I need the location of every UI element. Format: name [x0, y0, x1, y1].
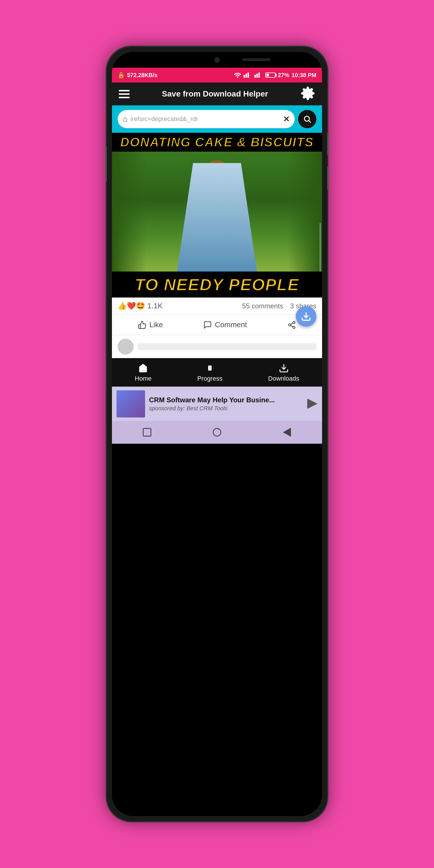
phone-frame: 🔒 572.28KB/s — [106, 46, 328, 822]
home-icon: ⌂ — [123, 115, 128, 124]
scrollbar — [319, 223, 321, 272]
ad-play-icon[interactable] — [307, 399, 317, 409]
svg-rect-15 — [208, 366, 212, 371]
next-post-avatar — [118, 339, 134, 354]
nav-progress-label: Progress — [197, 375, 222, 382]
app-content: Save from Download Helper ⌂ irefsrc=depr… — [112, 83, 322, 816]
comments-count: 55 comments — [242, 302, 283, 310]
nav-home-label: Home — [135, 375, 152, 382]
back-icon — [283, 428, 291, 437]
earpiece — [242, 58, 271, 61]
download-fab-button[interactable] — [296, 306, 316, 327]
menu-line-1 — [119, 90, 130, 91]
front-camera — [214, 57, 220, 63]
video-banner-top: DONATING CAKE & BISCUITS — [112, 133, 322, 152]
wifi-icon — [234, 71, 241, 79]
svg-rect-5 — [256, 74, 258, 78]
settings-button[interactable] — [300, 86, 315, 102]
search-bar[interactable]: ⌂ irefsrc=deprecated&_rdr ✕ — [118, 110, 294, 128]
reactions-left: 👍❤️🤩 1.1K — [118, 302, 163, 310]
home-sys-icon — [213, 428, 221, 437]
signal-icon-2 — [254, 71, 263, 79]
person-body — [177, 163, 257, 272]
ad-thumb-bg — [117, 390, 145, 417]
search-area: ⌂ irefsrc=deprecated&_rdr ✕ — [112, 105, 322, 133]
home-sys-button[interactable] — [211, 427, 223, 438]
signal-icon — [244, 71, 252, 79]
status-right: 27% 10:38 PM — [234, 71, 316, 79]
battery-percent: 27% — [278, 72, 289, 79]
back-button[interactable] — [281, 427, 293, 438]
power-button[interactable] — [105, 147, 107, 181]
nav-downloads[interactable]: Downloads — [268, 363, 299, 382]
phone-screen: 🔒 572.28KB/s — [112, 52, 322, 816]
svg-line-8 — [309, 121, 311, 123]
next-post-text — [137, 343, 316, 350]
next-post-preview — [112, 335, 322, 358]
svg-line-12 — [291, 325, 293, 327]
banner-bottom-text: TO NEEDY PEOPLE — [112, 275, 322, 294]
video-player[interactable] — [112, 152, 322, 272]
search-button[interactable] — [298, 110, 316, 128]
video-banner-bottom: TO NEEDY PEOPLE — [112, 272, 322, 298]
url-display: irefsrc=deprecated&_rdr — [130, 115, 280, 123]
svg-point-9 — [293, 321, 295, 323]
svg-rect-4 — [254, 75, 256, 78]
svg-point-7 — [304, 116, 310, 121]
time: 10:38 PM — [291, 72, 316, 79]
app-header: Save from Download Helper — [112, 83, 322, 105]
system-nav-bar — [112, 421, 322, 444]
menu-line-3 — [119, 97, 130, 98]
svg-point-10 — [289, 324, 291, 326]
reaction-count: 1.1K — [147, 302, 163, 310]
lock-icon: 🔒 — [118, 72, 125, 79]
tree-left — [112, 152, 146, 272]
reaction-emojis: 👍❤️🤩 — [118, 302, 145, 310]
ad-sponsor: sponsored by: Best CRM Tools — [149, 405, 303, 412]
bottom-nav: Home Progress Downloads — [112, 358, 322, 386]
svg-point-11 — [293, 327, 295, 329]
svg-rect-3 — [248, 72, 249, 78]
like-button[interactable]: Like — [132, 317, 169, 332]
battery-icon — [265, 72, 276, 78]
status-left: 🔒 572.28KB/s — [118, 72, 158, 79]
menu-line-2 — [119, 93, 130, 95]
ad-content: CRM Software May Help Your Busine... spo… — [149, 396, 303, 412]
status-bar: 🔒 572.28KB/s — [112, 68, 322, 83]
svg-rect-1 — [244, 75, 245, 78]
hamburger-menu-button[interactable] — [119, 90, 130, 98]
nav-downloads-label: Downloads — [268, 375, 299, 382]
svg-rect-6 — [258, 72, 260, 78]
banner-top-text: DONATING CAKE & BISCUITS — [112, 135, 322, 149]
app-title: Save from Download Helper — [130, 89, 300, 98]
comment-label: Comment — [215, 320, 247, 329]
video-scene — [112, 152, 322, 272]
notch — [112, 52, 322, 68]
ad-banner[interactable]: CRM Software May Help Your Busine... spo… — [112, 386, 322, 421]
svg-line-13 — [291, 323, 293, 324]
recents-icon — [143, 428, 151, 437]
like-label: Like — [149, 320, 163, 329]
volume-down-button[interactable] — [327, 167, 329, 190]
action-bar: Like Comment — [112, 315, 322, 335]
clear-button[interactable]: ✕ — [283, 115, 289, 124]
reaction-bar: 👍❤️🤩 1.1K 55 comments 3 shares — [112, 298, 322, 315]
nav-progress[interactable]: Progress — [197, 363, 222, 382]
recents-button[interactable] — [141, 427, 153, 438]
svg-rect-2 — [246, 74, 247, 78]
ad-title: CRM Software May Help Your Busine... — [149, 396, 303, 404]
comment-button[interactable]: Comment — [197, 317, 253, 332]
tree-right — [288, 152, 322, 272]
nav-home[interactable]: Home — [135, 363, 152, 382]
network-speed: 572.28KB/s — [127, 72, 158, 79]
volume-up-button[interactable] — [327, 132, 329, 155]
ad-thumbnail — [117, 390, 145, 417]
svg-point-0 — [237, 76, 239, 78]
